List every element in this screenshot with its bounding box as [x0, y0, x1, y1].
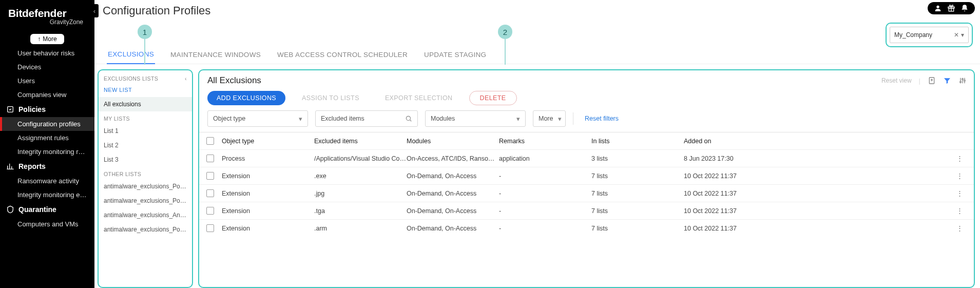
more-button[interactable]: ↑ More [30, 34, 64, 44]
quarantine-icon [6, 205, 14, 214]
cell-remarks: - [499, 207, 591, 215]
table-row[interactable]: Process /Applications/Visual Studio Code… [199, 149, 974, 167]
col-in-lists[interactable]: In lists [591, 138, 684, 145]
col-added-on[interactable]: Added on [684, 138, 956, 145]
row-menu-icon[interactable]: ⋮ [956, 207, 967, 215]
clear-company-icon[interactable]: ✕ [954, 31, 959, 39]
exclusions-table-panel: All Exclusions Reset view | ADD EXCLUSIO… [198, 69, 975, 288]
table-title: All Exclusions [207, 75, 261, 86]
sidebar-collapse[interactable]: ‹ [90, 4, 99, 17]
nav-group-policies[interactable]: Policies [0, 102, 94, 117]
user-icon[interactable] [934, 4, 942, 12]
row-menu-icon[interactable]: ⋮ [956, 172, 967, 180]
cell-added-on: 10 Oct 2022 11:37 [684, 172, 956, 180]
row-menu-icon[interactable]: ⋮ [956, 224, 967, 232]
cell-excluded-items: .tga [314, 207, 407, 215]
nav-group-reports[interactable]: Reports [0, 159, 94, 174]
filter-icon[interactable] [943, 76, 951, 85]
row-menu-icon[interactable]: ⋮ [956, 189, 967, 197]
action-buttons: ADD EXCLUSIONS ASSIGN TO LISTS EXPORT SE… [199, 88, 974, 110]
svg-point-7 [964, 80, 966, 82]
new-list-button[interactable]: NEW LIST [99, 85, 192, 97]
annotation-2: 2 [498, 25, 512, 39]
list-item[interactable]: List 3 [99, 152, 192, 167]
row-checkbox[interactable] [206, 207, 214, 215]
bell-icon[interactable] [960, 4, 969, 12]
cell-object-type: Process [222, 155, 314, 162]
table-row[interactable]: Extension .jpg On-Demand, On-Access - 7 … [199, 184, 974, 202]
col-remarks[interactable]: Remarks [499, 138, 591, 145]
nav-users[interactable]: Users [0, 74, 94, 88]
cell-in-lists: 7 lists [591, 207, 684, 215]
collapse-lists-icon[interactable]: ‹ [185, 75, 187, 82]
assign-to-lists-button[interactable]: ASSIGN TO LISTS [293, 91, 369, 105]
nav-integrity-events[interactable]: Integrity monitoring eve... [0, 188, 94, 202]
list-item[interactable]: antimalware_exclusions_Antimal... [99, 208, 192, 222]
cell-remarks: - [499, 172, 591, 180]
nav-companies[interactable]: Companies view [0, 88, 94, 102]
annotation-1-line [144, 39, 145, 65]
filter-more[interactable]: More ▾ [533, 110, 566, 127]
nav-group-quarantine[interactable]: Quarantine [0, 202, 94, 217]
delete-button[interactable]: DELETE [469, 91, 517, 105]
topbar: Configuration Profiles [94, 0, 980, 22]
col-modules[interactable]: Modules [407, 138, 499, 145]
export-selection-button[interactable]: EXPORT SELECTION [376, 91, 462, 105]
list-item[interactable]: antimalware_exclusions_Policy 2 [99, 179, 192, 194]
list-all-exclusions[interactable]: All exclusions [99, 97, 192, 111]
select-all-checkbox[interactable] [206, 137, 214, 145]
list-item[interactable]: List 2 [99, 138, 192, 152]
col-object-type[interactable]: Object type [222, 138, 314, 145]
tab-maintenance[interactable]: MAINTENANCE WINDOWS [169, 51, 262, 64]
add-exclusions-button[interactable]: ADD EXCLUSIONS [207, 91, 285, 105]
table-row[interactable]: Extension .tga On-Demand, On-Access - 7 … [199, 202, 974, 219]
filter-object-type[interactable]: Object type ▾ [207, 110, 308, 127]
other-lists-label: OTHER LISTS [99, 167, 192, 179]
col-excluded-items[interactable]: Excluded items [314, 138, 407, 145]
row-checkbox[interactable] [206, 172, 214, 180]
cell-object-type: Extension [222, 190, 314, 197]
tab-update-staging[interactable]: UPDATE STAGING [423, 51, 487, 64]
brand: Bitdefender GravityZone [0, 0, 94, 31]
list-item[interactable]: antimalware_exclusions_Policy 4 ... [99, 222, 192, 237]
gift-icon[interactable] [947, 4, 955, 12]
svg-point-1 [936, 6, 939, 8]
cell-modules: On-Access, ATC/IDS, Ransomwa... [407, 155, 499, 162]
tab-exclusions[interactable]: EXCLUSIONS [107, 50, 155, 64]
export-icon[interactable] [928, 76, 936, 85]
cell-remarks: application [499, 155, 591, 162]
cell-excluded-items: .arm [314, 225, 407, 232]
cell-excluded-items: .jpg [314, 190, 407, 197]
row-checkbox[interactable] [206, 189, 214, 197]
nav-computers-vms[interactable]: Computers and VMs [0, 217, 94, 231]
settings-sliders-icon[interactable] [958, 76, 967, 85]
filter-modules[interactable]: Modules ▾ [425, 110, 526, 127]
table-row[interactable]: Extension .exe On-Demand, On-Access - 7 … [199, 167, 974, 184]
filter-more-label: More [539, 115, 553, 122]
filter-excluded-items[interactable]: Excluded items [315, 110, 418, 127]
filter-excluded-items-label: Excluded items [321, 115, 364, 122]
main: Configuration Profiles My_Company ✕ ▾ 1 … [94, 0, 980, 288]
table-row[interactable]: Extension .arm On-Demand, On-Access - 7 … [199, 219, 974, 237]
chevron-down-icon[interactable]: ▾ [961, 31, 964, 39]
reset-view[interactable]: Reset view [881, 77, 912, 84]
cell-modules: On-Demand, On-Access [407, 225, 499, 232]
list-item[interactable]: antimalware_exclusions_Policy 3 [99, 194, 192, 208]
more-label: More [43, 35, 56, 43]
nav-config-profiles[interactable]: Configuration profiles [0, 117, 94, 131]
list-item[interactable]: List 1 [99, 124, 192, 138]
tabs: EXCLUSIONS MAINTENANCE WINDOWS WEB ACCES… [94, 50, 980, 64]
row-checkbox[interactable] [206, 224, 214, 232]
nav-ransomware[interactable]: Ransomware activity [0, 174, 94, 188]
row-checkbox[interactable] [206, 155, 214, 162]
reset-filters[interactable]: Reset filters [585, 115, 619, 122]
nav-user-behavior[interactable]: User behavior risks [0, 46, 94, 60]
company-selector[interactable]: My_Company ✕ ▾ [890, 27, 969, 43]
nav-devices[interactable]: Devices [0, 60, 94, 74]
nav: User behavior risks Devices Users Compan… [0, 46, 94, 231]
nav-assignment-rules[interactable]: Assignment rules [0, 131, 94, 145]
tab-web-access[interactable]: WEB ACCESS CONTROL SCHEDULER [276, 51, 409, 64]
row-menu-icon[interactable]: ⋮ [956, 155, 967, 162]
nav-integrity-rules[interactable]: Integrity monitoring rules [0, 145, 94, 159]
cell-remarks: - [499, 225, 591, 232]
